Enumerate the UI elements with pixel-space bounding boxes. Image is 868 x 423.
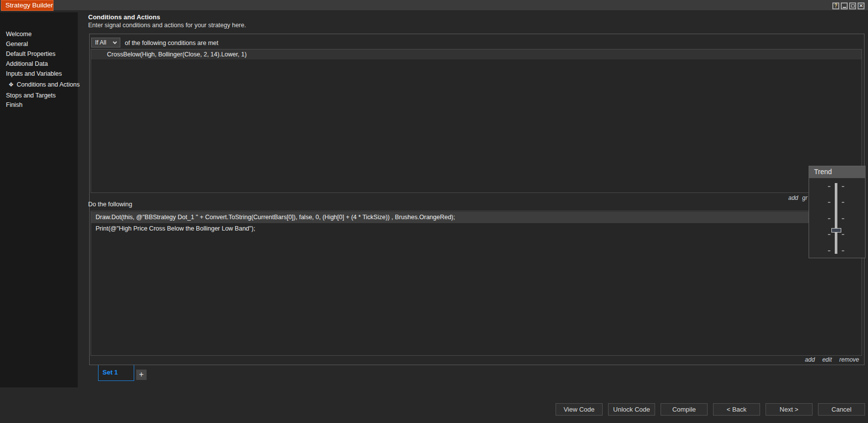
- condition-item[interactable]: CrossBelow(High, Bollinger(Close, 2, 14)…: [91, 49, 862, 59]
- conditions-list[interactable]: CrossBelow(High, Bollinger(Close, 2, 14)…: [91, 49, 862, 193]
- condition-mode-value: If All: [95, 39, 106, 46]
- close-button[interactable]: ✕: [858, 2, 865, 9]
- slider-tick: [828, 202, 830, 203]
- cancel-button[interactable]: Cancel: [818, 403, 865, 416]
- next-button[interactable]: Next >: [766, 403, 813, 416]
- sidebar-item-conditions-and-actions[interactable]: ❖Conditions and Actions: [8, 80, 80, 90]
- chevron-down-icon: [113, 40, 117, 44]
- help-button[interactable]: ?: [832, 2, 839, 9]
- sidebar-item-additional-data[interactable]: Additional Data: [6, 59, 48, 69]
- action-item[interactable]: Draw.Dot(this, @"BBStrategy Dot_1 " + Co…: [91, 212, 862, 223]
- actions-list[interactable]: Draw.Dot(this, @"BBStrategy Dot_1 " + Co…: [91, 211, 862, 356]
- back-button[interactable]: < Back: [713, 403, 760, 416]
- sidebar-item-finish[interactable]: Finish: [6, 100, 22, 110]
- maximize-icon: [851, 4, 855, 7]
- minimize-button[interactable]: [841, 2, 848, 9]
- compile-button[interactable]: Compile: [661, 403, 708, 416]
- current-step-icon: ❖: [8, 81, 14, 88]
- trend-panel: Trend: [809, 166, 866, 258]
- slider-thumb[interactable]: [831, 228, 841, 233]
- conditions-group-link-clipped[interactable]: gr: [802, 194, 808, 201]
- action-item[interactable]: Print(@"High Price Cross Below the Bolli…: [91, 223, 862, 235]
- sidebar-item-stops-and-targets[interactable]: Stops and Targets: [6, 91, 56, 100]
- sidebar-item-inputs-and-variables[interactable]: Inputs and Variables: [6, 69, 62, 79]
- actions-remove-link[interactable]: remove: [839, 356, 859, 363]
- slider-tick: [828, 218, 830, 219]
- condition-mode-suffix: of the following conditions are met: [125, 40, 218, 47]
- unlock-code-button[interactable]: Unlock Code: [608, 403, 655, 416]
- slider-tick: [842, 186, 844, 187]
- trend-panel-title[interactable]: Trend: [809, 166, 865, 178]
- sidebar-item-welcome[interactable]: Welcome: [6, 30, 32, 39]
- add-set-button[interactable]: +: [136, 370, 147, 380]
- page-subtitle: Enter signal conditions and actions for …: [88, 22, 246, 29]
- title-bar: Strategy Builder ? ✕: [0, 0, 868, 11]
- page-title: Conditions and Actions: [88, 13, 160, 21]
- wizard-sidebar: Welcome General Default Properties Addit…: [0, 12, 78, 387]
- slider-tick: [842, 218, 844, 219]
- window-title: Strategy Builder: [1, 0, 53, 11]
- minimize-icon: [843, 7, 846, 8]
- slider-tick: [828, 234, 830, 235]
- window-controls: ? ✕: [832, 2, 865, 9]
- close-icon: ✕: [859, 3, 863, 8]
- conditions-add-link[interactable]: add: [788, 194, 798, 201]
- slider-tick: [828, 186, 830, 187]
- actions-add-link[interactable]: add: [805, 356, 815, 363]
- slider-tick: [842, 202, 844, 203]
- actions-edit-link[interactable]: edit: [822, 356, 832, 363]
- footer-buttons: View Code Unlock Code Compile < Back Nex…: [556, 403, 865, 416]
- condition-mode-dropdown[interactable]: If All: [91, 38, 120, 47]
- trend-slider: [809, 178, 865, 258]
- actions-label: Do the following: [88, 201, 132, 208]
- slider-tick: [828, 250, 830, 251]
- slider-tick: [842, 234, 844, 235]
- conditions-links: add gr: [788, 194, 798, 201]
- help-icon: ?: [834, 3, 837, 8]
- actions-links: add edit remove: [807, 356, 859, 363]
- sidebar-item-label: Conditions and Actions: [17, 81, 80, 88]
- sidebar-item-general[interactable]: General: [6, 40, 28, 49]
- slider-track[interactable]: [835, 183, 837, 254]
- view-code-button[interactable]: View Code: [556, 403, 603, 416]
- slider-tick: [842, 250, 844, 251]
- tab-set-1[interactable]: Set 1: [98, 365, 134, 381]
- maximize-button[interactable]: [849, 2, 856, 9]
- sidebar-item-default-properties[interactable]: Default Properties: [6, 49, 55, 59]
